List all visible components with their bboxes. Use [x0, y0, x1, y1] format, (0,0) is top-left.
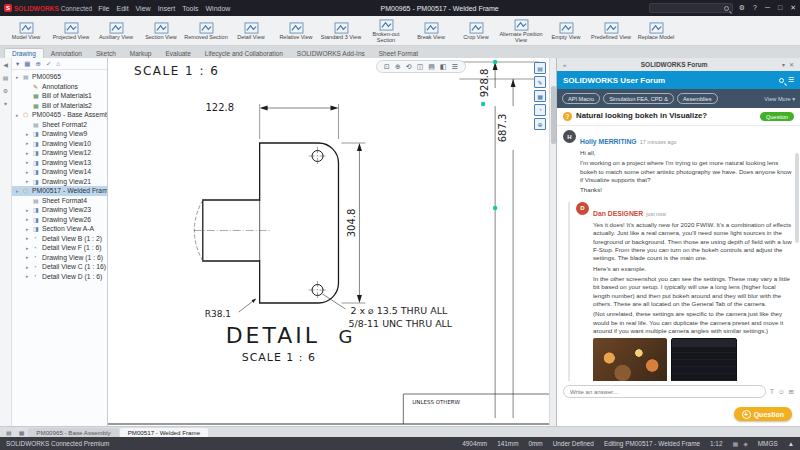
- expand-caret-icon[interactable]: ▸: [26, 178, 31, 184]
- panel-tab-icon[interactable]: ✦: [3, 100, 8, 107]
- expand-caret-icon[interactable]: ▸: [26, 159, 31, 165]
- composer-format-icon[interactable]: ☺: [778, 388, 785, 396]
- topic-chip[interactable]: Assemblies: [677, 93, 718, 104]
- command-tab[interactable]: Evaluate: [159, 49, 198, 58]
- tree-item[interactable]: ▸ Drawing View14: [12, 167, 107, 177]
- expand-caret-icon[interactable]: ▸: [26, 216, 31, 222]
- menu-item[interactable]: Tools: [182, 5, 198, 12]
- tree-item[interactable]: ▸ PM00965: [12, 72, 107, 82]
- expand-caret-icon[interactable]: ▸: [26, 273, 31, 279]
- pane-close-icon[interactable]: ✕: [787, 61, 796, 68]
- command-tab[interactable]: Annotation: [44, 49, 89, 58]
- close-icon[interactable]: ✕: [790, 4, 796, 12]
- menu-item[interactable]: Insert: [158, 5, 176, 12]
- markup-tool-icon[interactable]: ⊕: [534, 118, 546, 130]
- tree-item[interactable]: ▸ Annotations: [12, 82, 107, 92]
- expand-caret-icon[interactable]: ▸: [26, 254, 31, 260]
- expand-caret-icon[interactable]: ▸: [26, 150, 31, 156]
- drawing-canvas[interactable]: SCALE 1 : 6: [108, 58, 556, 426]
- tree-item[interactable]: ▸ Bill of Materials2: [12, 101, 107, 111]
- forum-menu-icon[interactable]: ☰: [788, 76, 794, 84]
- menu-item[interactable]: View: [136, 5, 151, 12]
- answer-input[interactable]: [563, 385, 766, 398]
- tree-toolbar-icon[interactable]: ✓: [46, 60, 51, 68]
- composer-format-icon[interactable]: T: [770, 388, 774, 396]
- ribbon-button[interactable]: Removed Section: [184, 17, 228, 45]
- tree-toolbar-icon[interactable]: ⌂: [56, 60, 60, 67]
- search-input[interactable]: [649, 3, 733, 13]
- expand-caret-icon[interactable]: ▸: [26, 169, 31, 175]
- expand-caret-icon[interactable]: ▸: [26, 264, 31, 270]
- ribbon-button[interactable]: Standard 3 View: [319, 17, 363, 45]
- tree-item[interactable]: ▸ Drawing View10: [12, 139, 107, 149]
- tree-toolbar-icon[interactable]: ▦: [24, 60, 30, 68]
- topic-chip[interactable]: API Macro: [562, 93, 600, 104]
- tree-item[interactable]: ▸ Detail View B (1 : 2): [12, 234, 107, 244]
- radius-dimension[interactable]: R38.1: [205, 299, 256, 319]
- ribbon-button[interactable]: Alternate Position View: [499, 17, 543, 45]
- hud-icon[interactable]: ⟲: [406, 63, 412, 71]
- tree-item[interactable]: ▸ Section View A-A: [12, 224, 107, 234]
- hud-icon[interactable]: ▤: [428, 63, 435, 71]
- ribbon-button[interactable]: Detail View: [229, 17, 273, 45]
- expand-caret-icon[interactable]: ▸: [26, 226, 31, 232]
- status-sheet-scale[interactable]: 1:12: [710, 440, 722, 447]
- menu-item[interactable]: Window: [205, 5, 230, 12]
- tree-item[interactable]: ▸ Drawing View26: [12, 215, 107, 225]
- post-author[interactable]: Holly MERRITING: [580, 138, 637, 145]
- command-tab[interactable]: Sketch: [89, 49, 123, 58]
- tree-item[interactable]: ▸ Drawing View9: [12, 129, 107, 139]
- ribbon-button[interactable]: Model View: [4, 17, 48, 45]
- pane-collapse-icon[interactable]: «: [561, 62, 568, 68]
- part-outline[interactable]: [203, 143, 339, 303]
- view-scale-label[interactable]: SCALE 1 : 6: [134, 64, 219, 78]
- hud-icon[interactable]: ◫: [417, 63, 424, 71]
- forum-search-icon[interactable]: [779, 78, 784, 83]
- forum-scrollbar[interactable]: [795, 153, 799, 243]
- markup-tool-icon[interactable]: ▤: [534, 62, 546, 74]
- ribbon-button[interactable]: Projected View: [49, 17, 93, 45]
- tree-item[interactable]: ▸ Bill of Materials1: [12, 91, 107, 101]
- detail-view-letter[interactable]: G: [338, 326, 352, 347]
- panel-tab-icon[interactable]: ▤: [3, 74, 9, 81]
- markup-tool-icon[interactable]: ▦: [534, 90, 546, 102]
- drawing-sheet[interactable]: SCALE 1 : 6: [108, 58, 556, 426]
- expand-caret-icon[interactable]: ▸: [26, 245, 31, 251]
- command-tab[interactable]: Markup: [123, 49, 159, 58]
- tree-item[interactable]: ▸ Drawing View (1 : 6): [12, 253, 107, 263]
- expand-caret-icon[interactable]: ▸: [26, 140, 31, 146]
- detail-scale-label[interactable]: SCALE 1 : 6: [242, 351, 316, 364]
- maximize-icon[interactable]: □: [778, 4, 782, 12]
- avatar[interactable]: H: [563, 130, 576, 143]
- hud-icon[interactable]: ◧: [440, 63, 447, 71]
- expand-caret-icon[interactable]: ▸: [26, 207, 31, 213]
- minimize-icon[interactable]: ─: [765, 4, 770, 12]
- command-tab[interactable]: Sheet Format: [372, 49, 425, 58]
- tree-item[interactable]: ▸ Sheet Format4: [12, 196, 107, 206]
- composer-format-icon[interactable]: ⊞: [789, 388, 794, 396]
- hud-icon[interactable]: ⊡: [384, 63, 390, 71]
- menu-item[interactable]: File: [98, 5, 109, 12]
- markup-tool-icon[interactable]: ◔: [534, 104, 546, 116]
- tab-list-icon[interactable]: ▤: [3, 429, 15, 437]
- document-tab[interactable]: PM00965 - Base Assembly: [28, 428, 118, 437]
- ribbon-button[interactable]: Break View: [409, 17, 453, 45]
- hud-icon[interactable]: ☰: [452, 63, 458, 71]
- canvas-vertical-scrollbar[interactable]: [549, 58, 556, 426]
- question-header[interactable]: ? Natural looking bokeh in Visualize? Qu…: [557, 108, 800, 126]
- expand-caret-icon[interactable]: ▸: [16, 188, 21, 194]
- hud-icon[interactable]: ⊕: [395, 63, 401, 71]
- tree-item[interactable]: ▸ PM00517 - Welded Frame: [12, 186, 107, 196]
- new-tab-icon[interactable]: ▦: [16, 429, 28, 437]
- question-title[interactable]: Natural looking bokeh in Visualize?: [576, 112, 756, 121]
- ribbon-button[interactable]: Crop View: [454, 17, 498, 45]
- ribbon-button[interactable]: Relative View: [274, 17, 318, 45]
- ribbon-button[interactable]: Replace Model: [634, 17, 678, 45]
- status-grid-icon[interactable]: ▦: [732, 440, 738, 447]
- reply-image-settings-screenshot[interactable]: [671, 338, 737, 381]
- reply-author[interactable]: Dan DESIGNER: [593, 210, 643, 217]
- topic-chip[interactable]: Simulation FEA, CPD &: [603, 93, 674, 104]
- avatar[interactable]: D: [576, 202, 589, 215]
- pane-pin-icon[interactable]: ▾: [780, 61, 787, 68]
- settings-icon[interactable]: ⚙: [739, 4, 745, 12]
